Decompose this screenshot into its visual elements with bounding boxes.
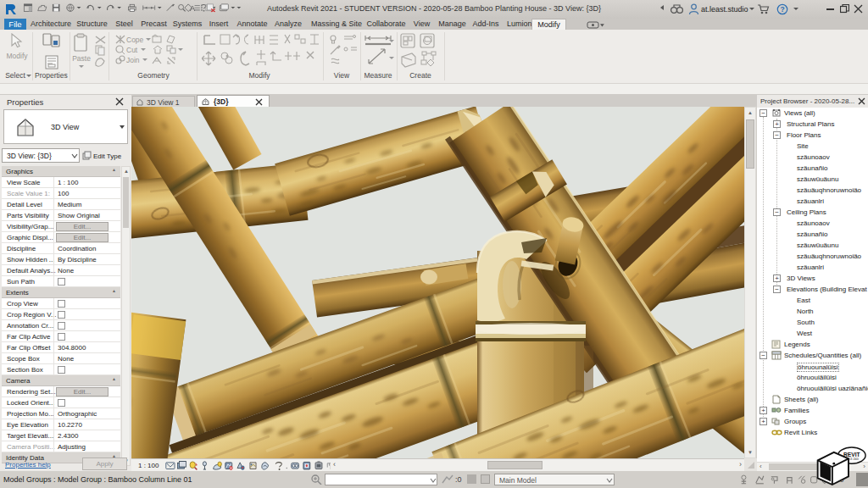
svg-text:?: ? — [780, 5, 784, 14]
svg-text:REVIT: REVIT — [843, 452, 861, 458]
